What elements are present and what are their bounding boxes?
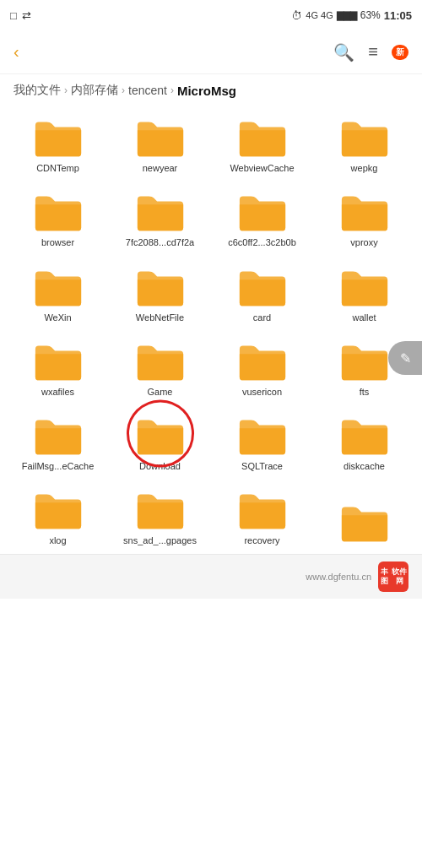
folder-icon: [338, 500, 391, 544]
folder-name: WeXin: [44, 312, 71, 323]
nav-left: ‹: [14, 42, 19, 62]
folder-icon: [32, 264, 84, 308]
logo-line2: 软件网: [390, 567, 408, 586]
folder-item[interactable]: FailMsg...eCache: [7, 404, 109, 479]
breadcrumb: 我的文件 › 内部存储 › tencent › MicroMsg: [0, 74, 422, 106]
logo-line1: 丰图: [378, 567, 390, 586]
folder-item[interactable]: xlog: [7, 479, 109, 553]
file-grid: CDNTemp newyear WebviewCache wepkg brows…: [0, 106, 422, 554]
status-bar: □ ⇄ ⏱ 4G 4G ▇▇▇ 63% 11:05: [0, 0, 422, 30]
edit-fab[interactable]: ✎: [388, 341, 422, 375]
folder-name: wepkg: [351, 162, 378, 174]
nav-right: 🔍 ≡ 新: [333, 42, 408, 62]
folder-name: wxafiles: [41, 386, 74, 398]
watermark-url: www.dgfentu.cn: [306, 572, 371, 582]
folder-item[interactable]: [313, 479, 415, 553]
folder-item[interactable]: c6c0ff2...3c2b0b: [211, 181, 313, 255]
status-right-icons: ⏱ 4G 4G ▇▇▇ 63% 11:05: [291, 9, 412, 22]
folder-icon: [236, 264, 289, 308]
breadcrumb-internal[interactable]: 内部存储: [71, 83, 118, 98]
signal-icon: ▇▇▇: [337, 10, 357, 21]
folder-name: recovery: [244, 534, 279, 546]
folder-icon: [338, 339, 391, 382]
folder-item[interactable]: WebviewCache: [211, 106, 313, 181]
folder-name: browser: [41, 236, 74, 248]
network-icon: 4G 4G: [306, 10, 333, 20]
alarm-icon: ⏱: [291, 9, 302, 22]
main-content: CDNTemp newyear WebviewCache wepkg brows…: [0, 106, 422, 554]
status-left-icons: □ ⇄: [10, 9, 31, 22]
folder-item[interactable]: card: [211, 256, 313, 330]
breadcrumb-sep1: ›: [64, 84, 68, 96]
folder-item[interactable]: recovery: [211, 479, 313, 553]
folder-icon: [134, 487, 187, 531]
folder-icon: [134, 189, 187, 233]
folder-item[interactable]: CDNTemp: [7, 106, 109, 181]
folder-icon: [236, 189, 289, 233]
folder-name: Download: [139, 460, 181, 472]
folder-name: WebviewCache: [230, 162, 294, 174]
breadcrumb-current: MicroMsg: [177, 84, 236, 98]
folder-item[interactable]: browser: [7, 181, 109, 255]
folder-icon: [338, 189, 391, 233]
breadcrumb-sep3: ›: [170, 84, 174, 96]
back-button[interactable]: ‹: [14, 42, 19, 62]
folder-icon: [134, 339, 187, 382]
folder-item[interactable]: WeXin: [7, 256, 109, 330]
folder-icon: [236, 115, 289, 159]
message-icon: □: [10, 9, 17, 22]
edit-icon: ✎: [400, 350, 411, 366]
folder-icon: [32, 115, 84, 159]
folder-item[interactable]: Game: [109, 330, 211, 404]
settings-icon: ⇄: [22, 9, 31, 22]
top-navigation: ‹ 🔍 ≡ 新: [0, 30, 422, 74]
folder-name: vproxy: [350, 236, 377, 248]
folder-name: wallet: [352, 312, 376, 323]
folder-item[interactable]: vproxy: [313, 181, 415, 255]
folder-item[interactable]: wallet: [313, 256, 415, 330]
folder-name: WebNetFile: [136, 312, 184, 323]
folder-item[interactable]: wxafiles: [7, 330, 109, 404]
folder-icon: [32, 339, 84, 382]
folder-icon: [338, 115, 391, 159]
folder-name: FailMsg...eCache: [22, 460, 95, 472]
new-badge: 新: [392, 45, 408, 60]
folder-name: diskcache: [344, 460, 385, 472]
folder-icon: [338, 264, 391, 308]
folder-item[interactable]: wepkg: [313, 106, 415, 181]
folder-icon: [236, 413, 289, 457]
time-display: 11:05: [384, 9, 412, 22]
breadcrumb-myfiles[interactable]: 我的文件: [14, 83, 61, 98]
folder-name: fts: [360, 386, 370, 398]
folder-item[interactable]: diskcache: [313, 404, 415, 479]
folder-item[interactable]: sns_ad_...gpages: [109, 479, 211, 553]
folder-icon: [236, 339, 289, 382]
folder-icon: [338, 413, 391, 457]
folder-icon: [134, 413, 187, 457]
watermark-logo: 丰图 软件网: [378, 561, 408, 592]
folder-icon: [32, 189, 84, 233]
folder-item[interactable]: newyear: [109, 106, 211, 181]
folder-item[interactable]: Download: [109, 404, 211, 479]
folder-name: CDNTemp: [36, 162, 79, 174]
folder-icon: [134, 264, 187, 308]
watermark: www.dgfentu.cn 丰图 软件网: [0, 554, 422, 599]
folder-name: newyear: [143, 162, 178, 174]
folder-icon: [32, 413, 84, 457]
folder-icon: [236, 487, 289, 531]
folder-icon: [134, 115, 187, 159]
folder-name: c6c0ff2...3c2b0b: [228, 236, 296, 248]
folder-item[interactable]: 7fc2088...cd7f2a: [109, 181, 211, 255]
folder-name: Game: [148, 386, 173, 398]
folder-name: card: [253, 312, 271, 323]
folder-item[interactable]: vusericon: [211, 330, 313, 404]
search-button[interactable]: 🔍: [333, 42, 354, 62]
battery-text: 63%: [360, 9, 381, 21]
folder-name: xlog: [49, 534, 66, 546]
folder-item[interactable]: SQLTrace: [211, 404, 313, 479]
menu-button[interactable]: ≡: [368, 42, 378, 62]
folder-name: 7fc2088...cd7f2a: [126, 236, 194, 248]
folder-icon: [32, 487, 84, 531]
folder-item[interactable]: WebNetFile: [109, 256, 211, 330]
breadcrumb-tencent[interactable]: tencent: [128, 84, 167, 97]
